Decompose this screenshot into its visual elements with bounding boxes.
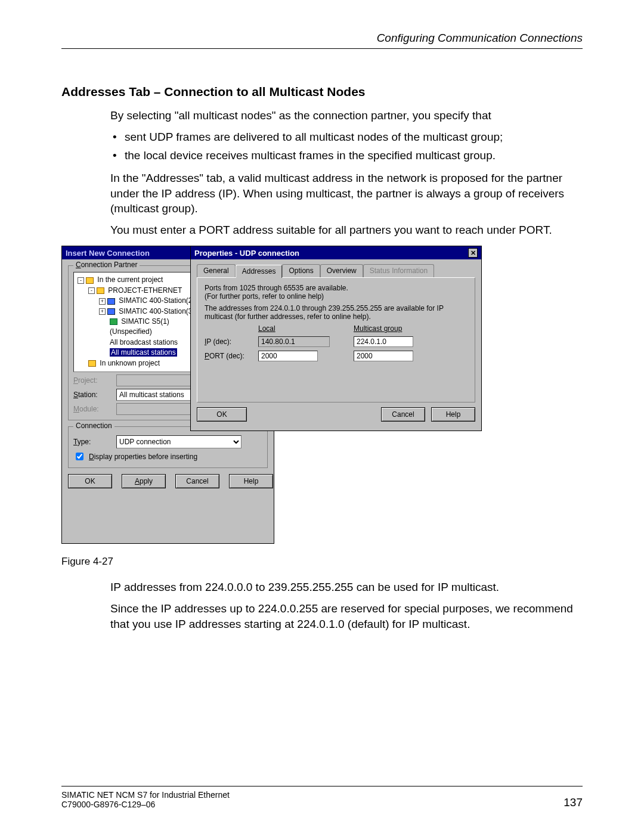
ok-button[interactable]: OK bbox=[197, 407, 247, 422]
display-properties-label: Display properties before inserting bbox=[89, 453, 197, 461]
multicast-note: The addresses from 224.0.1.0 through 239… bbox=[205, 304, 467, 321]
paragraph: By selecting "all multicast nodes" as th… bbox=[110, 108, 583, 123]
bullet-item: sent UDP frames are delivered to all mul… bbox=[110, 129, 583, 145]
footer-line2: C79000-G8976-C129–06 bbox=[61, 800, 230, 809]
insert-dialog-title: Insert New Connection bbox=[66, 249, 150, 258]
paragraph: In the "Addresses" tab, a valid multicas… bbox=[110, 171, 583, 216]
cancel-button[interactable]: Cancel bbox=[381, 407, 425, 422]
multicast-port-input[interactable] bbox=[354, 351, 413, 361]
footer-line1: SIMATIC NET NCM S7 for Industrial Ethern… bbox=[61, 790, 230, 800]
page-number: 137 bbox=[564, 796, 583, 809]
cancel-button[interactable]: Cancel bbox=[175, 474, 219, 488]
paragraph: You must enter a PORT address suitable f… bbox=[110, 222, 583, 238]
tree-expand-icon[interactable]: + bbox=[99, 308, 106, 315]
tab-overview[interactable]: Overview bbox=[320, 264, 363, 277]
ip-row-label: IP (dec): bbox=[205, 337, 258, 346]
station-icon bbox=[107, 298, 115, 305]
connection-type-select[interactable]: UDP connection bbox=[116, 435, 242, 448]
port-row-label: PORT (dec): bbox=[205, 352, 258, 360]
module-label: Module: bbox=[73, 405, 116, 413]
addresses-tab-panel: Ports from 1025 through 65535 are availa… bbox=[197, 277, 475, 402]
figure-caption: Figure 4-27 bbox=[61, 556, 583, 568]
local-column-header: Local bbox=[258, 324, 330, 333]
multicast-ip-input[interactable] bbox=[354, 336, 413, 347]
project-label: Project: bbox=[73, 376, 116, 385]
properties-udp-dialog: Properties - UDP connection ✕ General Ad… bbox=[190, 246, 482, 431]
local-ip-field: 140.80.0.1 bbox=[258, 336, 330, 347]
properties-title: Properties - UDP connection bbox=[194, 249, 299, 258]
project-icon bbox=[88, 360, 96, 367]
figure-screenshot: Insert New Connection CConnection Partne… bbox=[61, 246, 482, 550]
paragraph: IP addresses from 224.0.0.0 to 239.255.2… bbox=[110, 580, 583, 595]
tree-collapse-icon[interactable]: - bbox=[88, 287, 95, 294]
page-footer: SIMATIC NET NCM S7 for Industrial Ethern… bbox=[61, 786, 583, 809]
tab-options[interactable]: Options bbox=[282, 264, 320, 277]
help-button[interactable]: Help bbox=[431, 407, 475, 422]
tree-collapse-icon[interactable]: - bbox=[78, 277, 84, 284]
display-properties-checkbox[interactable] bbox=[76, 453, 83, 460]
s5-icon bbox=[110, 318, 117, 325]
project-icon bbox=[97, 287, 104, 294]
bullet-item: the local device receives multicast fram… bbox=[110, 148, 583, 163]
local-port-input[interactable] bbox=[258, 351, 318, 361]
tree-selected-item[interactable]: All multicast stations bbox=[110, 348, 177, 357]
paragraph: Since the IP addresses up to 224.0.0.255… bbox=[110, 601, 583, 631]
station-label: Station: bbox=[73, 391, 116, 399]
type-label: Type: bbox=[73, 438, 116, 446]
properties-titlebar[interactable]: Properties - UDP connection ✕ bbox=[191, 246, 481, 259]
running-header: Configuring Communication Connections bbox=[61, 32, 583, 49]
tab-status-information: Status Information bbox=[363, 264, 434, 277]
close-icon[interactable]: ✕ bbox=[468, 248, 478, 258]
connection-legend: Connection bbox=[73, 422, 114, 430]
tree-expand-icon[interactable]: + bbox=[99, 298, 106, 305]
section-heading: Addresses Tab – Connection to all Multic… bbox=[61, 85, 583, 99]
ports-note: Ports from 1025 through 65535 are availa… bbox=[205, 284, 467, 301]
ok-button[interactable]: OK bbox=[68, 474, 112, 488]
folder-icon bbox=[86, 277, 94, 284]
station-icon bbox=[107, 308, 115, 315]
multicast-column-header: Multicast group bbox=[354, 324, 431, 333]
apply-button[interactable]: Apply bbox=[122, 474, 166, 488]
tab-general[interactable]: General bbox=[197, 264, 236, 277]
help-button[interactable]: Help bbox=[229, 474, 273, 488]
connection-partner-legend: CConnection Partneronnection Partner bbox=[73, 261, 140, 269]
tab-addresses[interactable]: Addresses bbox=[236, 265, 283, 278]
